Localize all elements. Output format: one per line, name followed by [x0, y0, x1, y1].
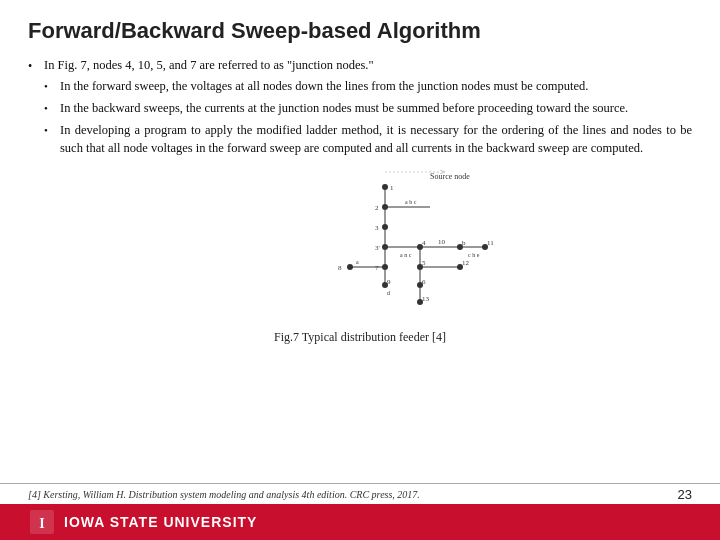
svg-text:12: 12	[462, 259, 470, 267]
svg-point-36	[382, 264, 388, 270]
svg-text:1: 1	[390, 184, 394, 192]
university-name: IOWA STATE UNIVERSITY	[64, 514, 257, 530]
svg-text:3': 3'	[375, 244, 380, 252]
svg-text:9: 9	[387, 278, 391, 286]
bullet-item: • In Fig. 7, nodes 4, 10, 5, and 7 are r…	[28, 56, 692, 75]
svg-text:3: 3	[375, 224, 379, 232]
svg-text:a: a	[356, 259, 359, 265]
sub-bullet-item-3: • In developing a program to apply the m…	[44, 121, 692, 159]
svg-text:7: 7	[375, 264, 379, 272]
main-content: Forward/Backward Sweep-based Algorithm •…	[0, 0, 720, 483]
svg-text:4: 4	[422, 239, 426, 247]
svg-text:a n c: a n c	[400, 252, 412, 258]
svg-point-9	[382, 224, 388, 230]
footnote-text: [4] Kersting, William H. Distribution sy…	[28, 489, 420, 500]
svg-text:5: 5	[422, 259, 426, 267]
footer-bar: I IOWA STATE UNIVERSITY	[0, 504, 720, 540]
sub-bullet-text-3: In developing a program to apply the mod…	[60, 121, 692, 159]
bullet-text: In Fig. 7, nodes 4, 10, 5, and 7 are ref…	[44, 56, 692, 75]
sub-bullet-list: • In the forward sweep, the voltages at …	[44, 77, 692, 158]
sub-bullet-text-1: In the forward sweep, the voltages at al…	[60, 77, 692, 96]
svg-text:c h e: c h e	[468, 252, 480, 258]
svg-text:a b c: a b c	[405, 199, 417, 205]
svg-point-39	[347, 264, 353, 270]
sub-bullet-dot-2: •	[44, 100, 60, 117]
bullet-list: • In Fig. 7, nodes 4, 10, 5, and 7 are r…	[28, 56, 692, 161]
sub-bullet-dot-3: •	[44, 122, 60, 139]
footnote-bar: [4] Kersting, William H. Distribution sy…	[0, 483, 720, 504]
svg-text:8: 8	[338, 264, 342, 272]
diagram-svg: Source node 1 2 a b c 3 3'	[220, 167, 500, 327]
sub-bullet-dot-1: •	[44, 78, 60, 95]
slide-title: Forward/Backward Sweep-based Algorithm	[28, 18, 692, 44]
diagram-caption: Fig.7 Typical distribution feeder [4]	[274, 330, 446, 345]
sub-bullet-text-2: In the backward sweeps, the currents at …	[60, 99, 692, 118]
svg-text:d: d	[387, 290, 390, 296]
svg-text:13: 13	[422, 295, 430, 303]
svg-text:11: 11	[487, 239, 494, 247]
svg-text:2: 2	[375, 204, 379, 212]
svg-text:10: 10	[438, 238, 446, 246]
svg-point-1	[382, 184, 388, 190]
university-logo-icon: I	[28, 508, 56, 536]
svg-text:Source node: Source node	[430, 172, 470, 181]
svg-text:6: 6	[422, 278, 426, 286]
svg-text:I: I	[39, 516, 44, 531]
diagram-area: Source node 1 2 a b c 3 3'	[28, 167, 692, 345]
svg-text:b: b	[462, 239, 466, 247]
page-number: 23	[678, 487, 692, 502]
sub-bullet-item-1: • In the forward sweep, the voltages at …	[44, 77, 692, 96]
bullet-dot: •	[28, 57, 44, 75]
slide-container: Forward/Backward Sweep-based Algorithm •…	[0, 0, 720, 540]
sub-bullet-item-2: • In the backward sweeps, the currents a…	[44, 99, 692, 118]
